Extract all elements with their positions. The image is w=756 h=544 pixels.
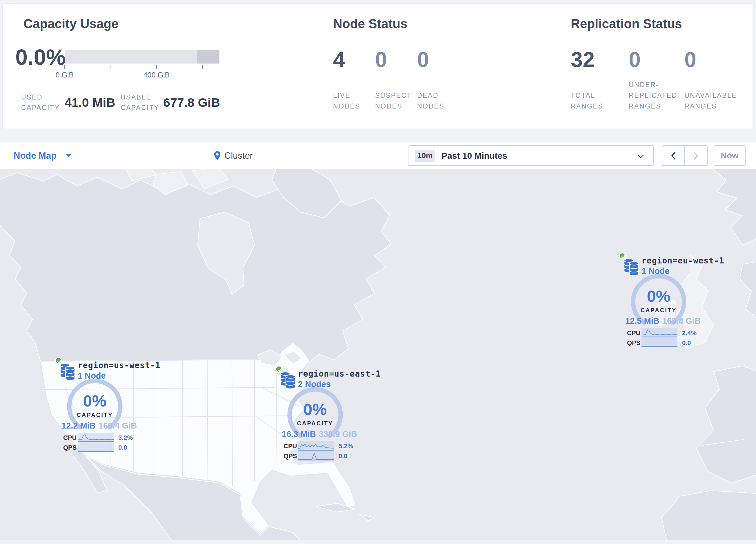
landmass-europe — [655, 169, 756, 540]
used-capacity-value: 41.0 MiB — [65, 95, 115, 110]
capacity-percent: 0% — [286, 400, 344, 419]
scandinavia — [710, 169, 756, 245]
axis-tick — [64, 65, 65, 69]
breadcrumb-label: Cluster — [224, 150, 253, 161]
total-capacity-value: 169.4 GiB — [659, 316, 701, 326]
qps-value: 0.0 — [682, 339, 691, 347]
north-africa — [661, 491, 756, 540]
capacity-caption: CAPACITY — [630, 307, 688, 314]
region-marker-us-west-1[interactable]: region=us-west-1 1 Node 0% CAPACITY 12.2… — [55, 357, 160, 455]
region-marker-us-east-1[interactable]: region=us-east-1 2 Nodes 0% CAPACITY 16.… — [275, 366, 380, 463]
node-status-title: Node Status — [333, 17, 408, 31]
axis-tick — [110, 65, 110, 69]
chevron-down-icon — [637, 155, 644, 158]
live-nodes-label: LIVE NODES — [333, 90, 368, 112]
dead-nodes-label: DEAD NODES — [417, 90, 452, 112]
total-ranges-count: 32 — [571, 47, 595, 72]
region-label: region=us-east-1 — [298, 369, 381, 379]
region-marker-eu-west-1[interactable]: region=eu-west-1 1 Node 0% CAPACITY 12.5… — [619, 252, 724, 350]
landmass-north-america — [0, 169, 391, 364]
qps-label: QPS — [63, 444, 77, 452]
caret-down-icon — [66, 154, 71, 157]
breadcrumb[interactable]: Cluster — [214, 142, 253, 169]
cpu-label: CPU — [627, 329, 640, 337]
qps-sparkline — [78, 443, 114, 452]
chevron-left-icon — [671, 152, 676, 160]
used-capacity-value: 12.2 MiB — [61, 421, 96, 431]
dead-nodes-count: 0 — [417, 47, 429, 72]
cluster-summary-card: Capacity Usage 0.0% 0 GiB 400 GiB USED C… — [2, 3, 754, 129]
time-range-label: Past 10 Minutes — [441, 151, 507, 161]
suspect-nodes-label: SUSPECT NODES — [375, 90, 414, 112]
cpu-label: CPU — [283, 443, 297, 450]
qps-sparkline — [298, 451, 334, 460]
qps-value: 0.0 — [118, 444, 127, 452]
axis-tick — [156, 65, 157, 69]
capacity-percent: 0% — [630, 287, 688, 306]
step-back-button[interactable] — [662, 146, 685, 165]
unavailable-ranges-count: 0 — [684, 47, 696, 72]
cpu-value: 5.2% — [339, 443, 353, 450]
cpu-label: CPU — [63, 434, 77, 442]
time-range-dropdown[interactable]: 10m Past 10 Minutes — [408, 145, 654, 166]
usable-capacity-label: USABLE CAPACITY — [121, 92, 161, 113]
time-step-buttons — [662, 145, 708, 166]
under-replicated-ranges-count: 0 — [629, 47, 641, 72]
unavailable-ranges-label: UNAVAILABLE RANGES — [684, 90, 742, 112]
view-selector-dropdown[interactable]: Node Map — [14, 142, 71, 169]
cpu-sparkline — [78, 433, 114, 442]
step-forward-button[interactable] — [685, 146, 707, 165]
qps-label: QPS — [283, 452, 297, 460]
time-range-badge: 10m — [415, 150, 435, 162]
capacity-caption: CAPACITY — [286, 420, 344, 427]
used-capacity-value: 16.3 MiB — [282, 429, 316, 439]
replication-status-title: Replication Status — [571, 17, 682, 31]
capacity-percent: 0.0% — [15, 44, 66, 70]
qps-value: 0.0 — [339, 452, 348, 460]
axis-tick-label: 0 GiB — [41, 71, 88, 79]
used-capacity-label: USED CAPACITY — [21, 92, 59, 113]
now-button[interactable]: Now — [714, 145, 746, 166]
chevron-right-icon — [693, 152, 699, 160]
capacity-percent: 0% — [66, 391, 124, 410]
axis-tick-label: 400 GiB — [133, 71, 180, 79]
total-ranges-label: TOTAL RANGES — [571, 90, 608, 112]
usable-capacity-value: 677.8 GiB — [163, 95, 220, 110]
capacity-usage-title: Capacity Usage — [23, 17, 119, 31]
capacity-bar-unusable-segment — [197, 50, 219, 64]
cockroachdb-cluster-overview: Capacity Usage 0.0% 0 GiB 400 GiB USED C… — [0, 0, 756, 544]
total-capacity-value: 169.4 GiB — [96, 421, 137, 431]
cpu-value: 3.2% — [118, 434, 133, 442]
cpu-sparkline — [298, 441, 334, 451]
capacity-bar — [65, 50, 219, 64]
qps-sparkline — [641, 338, 677, 347]
cpu-sparkline — [641, 328, 677, 338]
france-iberia — [696, 366, 756, 483]
region-label: region=eu-west-1 — [641, 256, 724, 265]
cpu-value: 2.4% — [682, 329, 697, 337]
qps-label: QPS — [627, 339, 640, 347]
total-capacity-value: 338.9 GiB — [316, 429, 357, 439]
axis-tick — [202, 65, 203, 69]
live-nodes-count: 4 — [333, 47, 345, 72]
used-capacity-value: 12.5 MiB — [625, 316, 659, 326]
suspect-nodes-count: 0 — [375, 47, 387, 72]
region-label: region=us-west-1 — [78, 361, 161, 370]
capacity-caption: CAPACITY — [66, 412, 124, 418]
map-pin-icon — [214, 151, 221, 160]
under-replicated-ranges-label: UNDER-REPLICATED RANGES — [629, 79, 680, 112]
node-map[interactable]: region=us-west-1 1 Node 0% CAPACITY 12.2… — [0, 169, 756, 540]
world-map — [0, 169, 756, 540]
view-selector-label: Node Map — [14, 150, 57, 161]
